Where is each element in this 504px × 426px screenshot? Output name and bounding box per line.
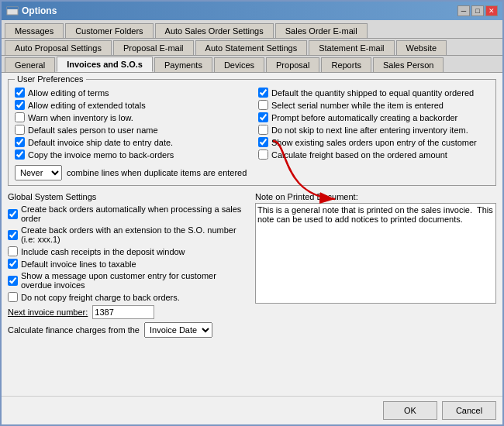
cb-copy-memo[interactable] xyxy=(15,149,25,160)
note-textarea[interactable]: This is a general note that is printed o… xyxy=(255,203,496,304)
pref-cb7: Default the quantity shipped to equal qu… xyxy=(258,88,489,98)
title-bar: Options ─ □ ✕ xyxy=(2,2,502,20)
tab-auto-statement[interactable]: Auto Statement Settings xyxy=(195,40,308,55)
pref-cb1: Allow editing of terms xyxy=(15,88,246,98)
close-button[interactable]: ✕ xyxy=(485,5,498,16)
cb-cash-receipts[interactable] xyxy=(8,246,18,256)
tab-messages[interactable]: Messages xyxy=(5,23,64,38)
tab-statement-email[interactable]: Statement E-mail xyxy=(309,40,394,55)
pref-cb8: Select serial number while the item is e… xyxy=(258,100,489,110)
minimize-button[interactable]: ─ xyxy=(457,5,470,16)
gs-cb3: Include cash receipts in the deposit win… xyxy=(8,246,249,256)
cb-warn-inventory[interactable] xyxy=(15,112,25,122)
cb-ship-date-label: Default invoice ship date to entry date. xyxy=(28,138,173,147)
cb-editing-terms[interactable] xyxy=(15,88,25,98)
cb-show-sales-orders-label: Show existing sales orders upon entry of… xyxy=(271,138,477,147)
duplicate-items-row: Never Always Ask combine lines when dupl… xyxy=(15,165,489,180)
cb-cash-receipts-label: Include cash receipts in the deposit win… xyxy=(21,247,185,256)
title-controls: ─ □ ✕ xyxy=(457,5,498,16)
pref-cb6: Copy the invoice memo to back-orders xyxy=(15,149,246,160)
svg-rect-1 xyxy=(7,7,18,9)
gs-cb4: Default invoice lines to taxable xyxy=(8,259,249,269)
options-window: Options ─ □ ✕ Messages Customer Folders … xyxy=(0,0,504,426)
user-preferences-label: User Preferences xyxy=(15,74,86,84)
window-icon xyxy=(6,5,19,17)
ok-button[interactable]: OK xyxy=(383,401,437,420)
tab-proposal[interactable]: Proposal xyxy=(266,57,319,72)
left-preferences: Allow editing of terms Allow editing of … xyxy=(15,88,246,162)
cb-serial-number-label: Select serial number while the item is e… xyxy=(271,101,444,110)
tab-row-2: Auto Proposal Settings Proposal E-mail A… xyxy=(2,39,502,56)
tab-sales-person[interactable]: Sales Person xyxy=(373,57,444,72)
cb-create-backorders[interactable] xyxy=(8,209,18,219)
pref-cb2: Allow editing of extended totals xyxy=(15,100,246,110)
gs-cb1: Create back orders automatically when pr… xyxy=(8,204,249,223)
cb-serial-number[interactable] xyxy=(258,100,268,110)
cb-editing-totals[interactable] xyxy=(15,100,25,110)
cb-ship-date[interactable] xyxy=(15,137,25,147)
finance-charges-row: Calculate finance charges from the Invoi… xyxy=(8,322,249,338)
tab-reports[interactable]: Reports xyxy=(321,57,371,72)
cb-calc-freight-label: Calculate freight based on the ordered a… xyxy=(271,150,447,160)
next-invoice-label: Next invoice number: xyxy=(8,307,88,317)
cb-invoice-taxable[interactable] xyxy=(8,259,18,269)
cb-invoice-taxable-label: Default invoice lines to taxable xyxy=(21,259,136,269)
maximize-button[interactable]: □ xyxy=(471,5,484,16)
cb-default-salesperson[interactable] xyxy=(15,125,25,135)
gs-cb5: Show a message upon customer entry for c… xyxy=(8,271,249,290)
cb-create-backorders-label: Create back orders automatically when pr… xyxy=(21,204,249,223)
next-invoice-input[interactable] xyxy=(92,305,154,319)
tab-website[interactable]: Website xyxy=(396,40,447,55)
tab-general[interactable]: General xyxy=(5,57,55,72)
cb-warn-inventory-label: Warn when inventory is low. xyxy=(28,113,133,122)
gs-cb6: Do not copy freight charge to back order… xyxy=(8,292,249,302)
cb-qty-shipped[interactable] xyxy=(258,88,268,98)
tab-proposal-email[interactable]: Proposal E-mail xyxy=(113,40,194,55)
pref-cb10: Do not skip to next line after entering … xyxy=(258,125,489,135)
main-content: User Preferences Allow editing of terms … xyxy=(2,73,502,396)
cb-no-freight-copy-label: Do not copy freight charge to back order… xyxy=(21,293,180,302)
pref-cb5: Default invoice ship date to entry date. xyxy=(15,137,246,147)
footer: OK Cancel xyxy=(2,396,502,424)
tab-auto-proposal[interactable]: Auto Proposal Settings xyxy=(5,40,112,55)
cb-calc-freight[interactable] xyxy=(258,149,268,160)
cb-default-salesperson-label: Default sales person to user name xyxy=(28,125,158,135)
cb-overdue-message[interactable] xyxy=(8,276,18,286)
cb-skip-next-line-label: Do not skip to next line after entering … xyxy=(271,125,468,135)
combine-lines-dropdown[interactable]: Never Always Ask xyxy=(15,165,62,180)
cb-skip-next-line[interactable] xyxy=(258,125,268,135)
next-invoice-row: Next invoice number: xyxy=(8,305,249,319)
cancel-button[interactable]: Cancel xyxy=(442,401,496,420)
cb-backorders-extension-label: Create back orders with an extension to … xyxy=(21,225,249,244)
cb-copy-memo-label: Copy the invoice memo to back-orders xyxy=(28,150,174,160)
tab-row-3: General Invoices and S.O.s Payments Devi… xyxy=(2,56,502,73)
cb-show-sales-orders[interactable] xyxy=(258,137,268,147)
cb-prompt-backorder[interactable] xyxy=(258,112,268,122)
finance-charges-label: Calculate finance charges from the xyxy=(8,325,140,335)
cb-backorders-extension[interactable] xyxy=(8,230,18,240)
tab-customer-folders[interactable]: Customer Folders xyxy=(65,23,153,38)
tab-row-1: Messages Customer Folders Auto Sales Ord… xyxy=(2,20,502,39)
user-preferences-section: User Preferences Allow editing of terms … xyxy=(8,79,496,186)
cb-overdue-message-label: Show a message upon customer entry for c… xyxy=(21,271,249,290)
note-section: Note on Printed Document: This is a gene… xyxy=(255,192,496,341)
preferences-columns: Allow editing of terms Allow editing of … xyxy=(15,88,489,162)
tab-auto-sales-order[interactable]: Auto Sales Order Settings xyxy=(155,23,274,38)
global-settings-label: Global System Settings xyxy=(8,192,249,201)
bottom-section: Global System Settings Create back order… xyxy=(8,192,496,341)
finance-charges-dropdown[interactable]: Invoice Date Due Date Entry Date xyxy=(144,322,212,338)
window-title: Options xyxy=(22,5,57,16)
cb-qty-shipped-label: Default the quantity shipped to equal qu… xyxy=(271,88,474,98)
title-bar-left: Options xyxy=(6,5,57,17)
cb-no-freight-copy[interactable] xyxy=(8,292,18,302)
cb-prompt-backorder-label: Prompt before automatically creating a b… xyxy=(271,113,457,122)
pref-cb11: Show existing sales orders upon entry of… xyxy=(258,137,489,147)
combine-lines-label: combine lines when duplicate items are e… xyxy=(67,168,247,177)
gs-cb2: Create back orders with an extension to … xyxy=(8,225,249,244)
pref-cb12: Calculate freight based on the ordered a… xyxy=(258,149,489,160)
global-settings-section: Global System Settings Create back order… xyxy=(8,192,249,341)
tab-payments[interactable]: Payments xyxy=(154,57,212,72)
tab-devices[interactable]: Devices xyxy=(214,57,264,72)
tab-invoices-sos[interactable]: Invoices and S.O.s xyxy=(57,57,153,72)
tab-sales-order-email[interactable]: Sales Order E-mail xyxy=(275,23,368,38)
